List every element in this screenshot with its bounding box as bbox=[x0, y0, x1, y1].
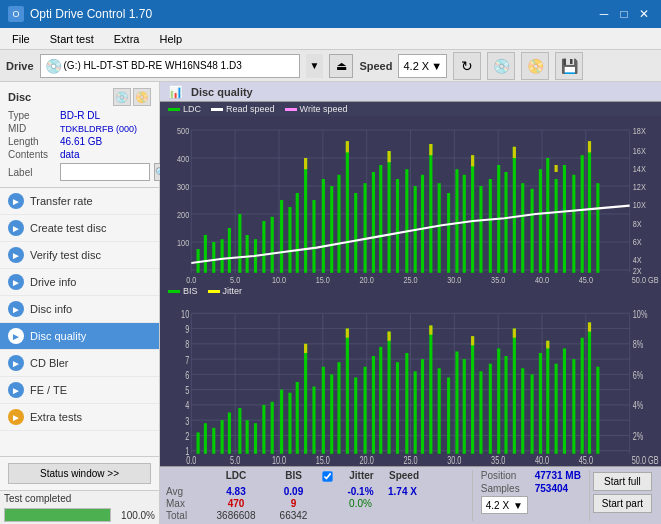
svg-rect-86 bbox=[555, 179, 558, 273]
sidebar-item-transfer-rate[interactable]: ► Transfer rate bbox=[0, 188, 159, 215]
speed-dropdown[interactable]: 4.2 X ▼ bbox=[481, 496, 528, 514]
samples-value: 753404 bbox=[535, 483, 568, 494]
svg-text:5.0: 5.0 bbox=[230, 274, 240, 284]
ldc-legend-label: LDC bbox=[183, 104, 201, 114]
fe-te-icon: ► bbox=[8, 382, 24, 398]
svg-text:400: 400 bbox=[177, 153, 189, 164]
minimize-button[interactable]: ─ bbox=[595, 5, 613, 23]
eject-button[interactable]: ⏏ bbox=[329, 54, 353, 78]
status-window-button[interactable]: Status window >> bbox=[8, 463, 151, 484]
disc-mid-row: MID TDKBLDRFB (000) bbox=[8, 123, 151, 134]
svg-rect-186 bbox=[513, 329, 516, 454]
svg-rect-194 bbox=[581, 338, 584, 454]
max-bis: 9 bbox=[266, 498, 321, 509]
svg-text:25.0: 25.0 bbox=[403, 274, 417, 284]
svg-text:200: 200 bbox=[177, 209, 189, 220]
disc-length-value: 46.61 GB bbox=[60, 136, 102, 147]
svg-rect-154 bbox=[246, 420, 249, 454]
svg-text:4: 4 bbox=[185, 400, 189, 412]
sidebar-item-verify-test-disc[interactable]: ► Verify test disc bbox=[0, 242, 159, 269]
svg-text:10: 10 bbox=[181, 309, 189, 321]
bis-legend-color bbox=[168, 290, 180, 293]
svg-rect-170 bbox=[379, 347, 382, 454]
svg-text:2%: 2% bbox=[633, 431, 644, 443]
sidebar-item-extra-tests[interactable]: ► Extra tests bbox=[0, 404, 159, 431]
menubar: File Start test Extra Help bbox=[0, 28, 661, 50]
svg-rect-51 bbox=[262, 221, 265, 273]
drive-select[interactable]: 💿 (G:) HL-DT-ST BD-RE WH16NS48 1.D3 bbox=[40, 54, 300, 78]
refresh-button[interactable]: ↻ bbox=[453, 52, 481, 80]
start-full-button[interactable]: Start full bbox=[593, 472, 652, 491]
status-text: Test completed bbox=[4, 493, 71, 504]
svg-rect-182 bbox=[479, 371, 482, 453]
disc-icon1[interactable]: 💿 bbox=[113, 88, 131, 106]
verify-test-disc-label: Verify test disc bbox=[30, 249, 101, 261]
svg-rect-48 bbox=[238, 214, 241, 273]
svg-text:0.0: 0.0 bbox=[186, 455, 196, 466]
disc-icon-button[interactable]: 💿 bbox=[487, 52, 515, 80]
bis-legend-label: BIS bbox=[183, 286, 198, 296]
max-label: Max bbox=[166, 498, 206, 509]
max-ldc: 470 bbox=[206, 498, 266, 509]
create-test-disc-label: Create test disc bbox=[30, 222, 106, 234]
disc-panel-header: Disc 💿 📀 bbox=[8, 88, 151, 106]
disc-panel-title: Disc bbox=[8, 91, 31, 103]
sidebar-item-drive-info[interactable]: ► Drive info bbox=[0, 269, 159, 296]
svg-rect-88 bbox=[572, 175, 575, 273]
nav-items: ► Transfer rate ► Create test disc ► Ver… bbox=[0, 188, 159, 456]
sidebar-item-cd-bler[interactable]: ► CD Bler bbox=[0, 350, 159, 377]
progress-percent: 100.0% bbox=[115, 510, 155, 521]
drive-info-label: Drive info bbox=[30, 276, 76, 288]
svg-rect-99 bbox=[588, 141, 591, 152]
svg-text:10.0: 10.0 bbox=[272, 274, 286, 284]
svg-rect-202 bbox=[513, 329, 516, 338]
save-button[interactable]: 💾 bbox=[555, 52, 583, 80]
speed-select[interactable]: 4.2 X ▼ bbox=[398, 54, 447, 78]
sidebar-item-disc-quality[interactable]: ► Disc quality bbox=[0, 323, 159, 350]
sidebar-item-disc-info[interactable]: ► Disc info bbox=[0, 296, 159, 323]
maximize-button[interactable]: □ bbox=[615, 5, 633, 23]
svg-text:4X: 4X bbox=[633, 254, 642, 265]
legend-read-speed: Read speed bbox=[211, 104, 275, 114]
svg-rect-47 bbox=[228, 228, 231, 273]
svg-text:50.0 GB: 50.0 GB bbox=[632, 274, 659, 284]
transfer-rate-icon: ► bbox=[8, 193, 24, 209]
svg-text:40.0: 40.0 bbox=[535, 455, 549, 466]
disc-icon2[interactable]: 📀 bbox=[133, 88, 151, 106]
disc2-icon-button[interactable]: 📀 bbox=[521, 52, 549, 80]
svg-rect-161 bbox=[304, 344, 307, 454]
avg-label: Avg bbox=[166, 486, 206, 497]
svg-rect-190 bbox=[546, 341, 549, 454]
titlebar-controls: ─ □ ✕ bbox=[595, 5, 653, 23]
menu-file[interactable]: File bbox=[4, 31, 38, 47]
stats-headers: LDC BIS Jitter Speed bbox=[166, 470, 472, 485]
progress-bar-fill bbox=[5, 509, 110, 521]
svg-rect-92 bbox=[304, 158, 307, 169]
close-button[interactable]: ✕ bbox=[635, 5, 653, 23]
start-part-button[interactable]: Start part bbox=[593, 494, 652, 513]
disc-label-input[interactable] bbox=[60, 163, 150, 181]
drive-dropdown-arrow[interactable]: ▼ bbox=[306, 54, 324, 78]
svg-rect-201 bbox=[471, 336, 474, 345]
svg-text:15.0: 15.0 bbox=[316, 274, 330, 284]
disc-label-row: Label 🔍 bbox=[8, 163, 151, 181]
menu-start-test[interactable]: Start test bbox=[42, 31, 102, 47]
jitter-checkbox[interactable] bbox=[322, 471, 332, 481]
svg-text:500: 500 bbox=[177, 125, 189, 136]
upper-chart-svg: 500 400 300 200 100 18X 16X 14X 12X 10X … bbox=[160, 116, 661, 284]
svg-text:8: 8 bbox=[185, 339, 189, 351]
disc-length-row: Length 46.61 GB bbox=[8, 136, 151, 147]
svg-rect-64 bbox=[372, 172, 375, 273]
disc-contents-value: data bbox=[60, 149, 79, 160]
sidebar-item-fe-te[interactable]: ► FE / TE bbox=[0, 377, 159, 404]
empty-cell bbox=[166, 470, 206, 485]
svg-rect-77 bbox=[479, 186, 482, 273]
svg-text:35.0: 35.0 bbox=[491, 455, 505, 466]
stats-total-row: Total 3686608 66342 bbox=[166, 510, 472, 521]
sidebar-item-create-test-disc[interactable]: ► Create test disc bbox=[0, 215, 159, 242]
menu-extra[interactable]: Extra bbox=[106, 31, 148, 47]
svg-rect-198 bbox=[346, 329, 349, 338]
menu-help[interactable]: Help bbox=[151, 31, 190, 47]
svg-text:35.0: 35.0 bbox=[491, 274, 505, 284]
titlebar-left: O Opti Drive Control 1.70 bbox=[8, 6, 152, 22]
